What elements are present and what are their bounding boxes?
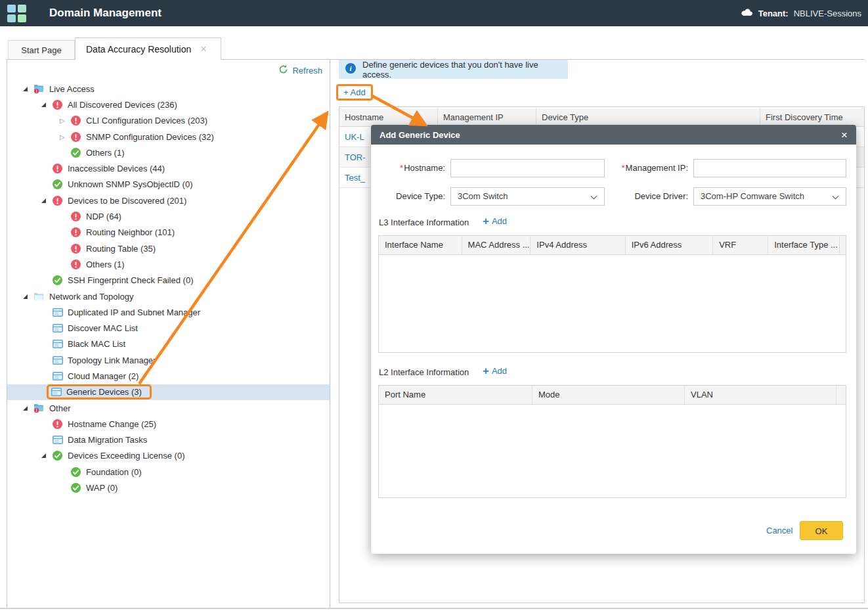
hostname-label: *Hostname:	[371, 159, 445, 177]
column-header[interactable]: Management IP	[438, 108, 536, 126]
tree-node: Black MAC List	[51, 338, 129, 350]
required-asterisk: *	[622, 163, 625, 173]
column-header: Interface Type ...	[768, 236, 840, 254]
tree-item[interactable]: Devices to be Discovered (201)	[7, 193, 330, 208]
tree-item-label: Hostname Change (25)	[68, 419, 156, 429]
column-header-filler: First Discovery Time	[760, 108, 864, 126]
tab-data-accuracy-resolution[interactable]: Data Accuracy Resolution ×	[75, 37, 221, 60]
refresh-icon	[278, 64, 288, 76]
tree-item[interactable]: Hostname Change (25)	[7, 416, 330, 432]
tree-item[interactable]: Duplicated IP and Subnet Manager	[7, 304, 330, 320]
tree-item[interactable]: Others (1)	[7, 256, 330, 272]
tree: Live AccessAll Discovered Devices (236)▷…	[7, 81, 330, 496]
tree-item-label: CLI Configuration Devices (203)	[86, 116, 207, 125]
ok-button[interactable]: OK	[800, 521, 843, 540]
tree-item[interactable]: All Discovered Devices (236)	[7, 97, 330, 112]
tree-item-label: Network and Topology	[49, 292, 133, 302]
error-icon	[52, 164, 63, 173]
add-device-button[interactable]: + Add	[343, 87, 366, 97]
column-header: VRF	[713, 236, 768, 254]
tree-item[interactable]: Unknown SNMP SysObjectID (0)	[7, 177, 330, 193]
device-hostname-link[interactable]: UK-L	[339, 132, 364, 142]
folder-error-icon	[33, 403, 45, 413]
tree-node: Devices to be Discovered (201)	[51, 194, 190, 207]
tree-caret-icon[interactable]	[23, 294, 32, 299]
tree-caret-icon[interactable]: ▷	[60, 117, 69, 124]
tree-item-label: Live Access	[49, 84, 95, 94]
tree-item[interactable]: Routing Neighbor (101)	[7, 225, 330, 240]
tree-item[interactable]: Discover MAC List	[7, 320, 330, 336]
page-bottom-border	[0, 608, 868, 609]
tree-item[interactable]: Inaccessible Devices (44)	[7, 160, 330, 176]
cancel-button[interactable]: Cancel	[766, 526, 792, 535]
page-title: Domain Management	[49, 0, 162, 26]
annotation-box-add: + Add	[336, 84, 373, 101]
column-header[interactable]: Device Type	[536, 108, 760, 126]
column-header: IPv4 Address	[531, 236, 625, 254]
folder-error-icon	[33, 83, 45, 94]
add-generic-device-dialog: Add Generic Device × *Hostname: *Managem…	[371, 125, 856, 554]
tree-item-label: Others (1)	[86, 148, 125, 158]
tree-node: Data Migration Tasks	[51, 434, 151, 446]
tab-active-label: Data Accuracy Resolution	[86, 44, 191, 55]
tree-item[interactable]: Network and Topology	[7, 288, 330, 304]
tree-item[interactable]: ▷CLI Configuration Devices (203)	[7, 113, 330, 129]
app-logo-icon[interactable]	[7, 5, 26, 22]
tree-item[interactable]: Devices Exceeding License (0)	[7, 448, 330, 464]
ok-icon	[52, 179, 63, 189]
tree-item[interactable]: SSH Fingerprint Check Failed (0)	[7, 273, 330, 288]
tree-item[interactable]: Data Migration Tasks	[7, 432, 330, 448]
l3-section-title: L3 Interface Information	[379, 217, 469, 227]
tree-caret-icon[interactable]	[41, 453, 51, 458]
tree-item[interactable]: Generic Devices (3)	[7, 384, 330, 400]
tree-item[interactable]: ▷SNMP Configuration Devices (32)	[7, 129, 330, 145]
tree-node: Routing Table (35)	[69, 242, 160, 255]
tree-caret-icon[interactable]	[23, 406, 32, 411]
tab-close-icon[interactable]: ×	[200, 44, 206, 55]
refresh-button[interactable]: Refresh	[278, 64, 322, 76]
tree-item[interactable]: Cloud Manager (2)	[7, 368, 330, 384]
management-ip-input[interactable]	[693, 159, 846, 177]
tab-start-page[interactable]: Start Page	[8, 40, 75, 60]
tree-item[interactable]: NDP (64)	[7, 208, 330, 224]
tree-item[interactable]: Topology Link Manager	[7, 352, 330, 368]
l3-table-header: Interface NameMAC Address ...IPv4 Addres…	[379, 236, 846, 255]
tree-item[interactable]: Black MAC List	[7, 336, 330, 352]
tree-caret-icon[interactable]: ▷	[60, 133, 69, 141]
tree-node: Routing Neighbor (101)	[69, 226, 179, 238]
device-hostname-link[interactable]: Test_	[339, 173, 365, 183]
tree-item-label: Devices to be Discovered (201)	[68, 196, 186, 206]
l2-interface-table: Port NameModeVLAN	[378, 385, 846, 498]
tree-caret-icon[interactable]	[23, 87, 32, 91]
table-icon	[52, 340, 63, 348]
tree-node: WAP (0)	[69, 482, 121, 494]
tenant-label: Tenant:	[758, 9, 789, 18]
plus-icon: +	[483, 216, 489, 227]
device-driver-select[interactable]: 3Com-HP Comware Switch	[693, 187, 846, 206]
tree-item-label: Discover MAC List	[68, 323, 138, 333]
tree-item[interactable]: Other	[7, 400, 330, 416]
l2-add-label: Add	[492, 366, 507, 376]
tree-item[interactable]: Foundation (0)	[7, 464, 330, 480]
tree-item[interactable]: Others (1)	[7, 145, 330, 160]
tree-node: SSH Fingerprint Check Failed (0)	[51, 274, 197, 286]
error-icon	[70, 212, 81, 221]
tree-item[interactable]: WAP (0)	[7, 480, 330, 495]
dialog-header[interactable]: Add Generic Device ×	[371, 125, 856, 145]
tree-item[interactable]: Routing Table (35)	[7, 240, 330, 256]
tree-item[interactable]: Live Access	[7, 81, 330, 97]
chevron-down-icon	[833, 193, 839, 200]
ok-icon	[52, 275, 63, 285]
tree-item-label: Cloud Manager (2)	[68, 371, 139, 381]
column-header[interactable]: Hostname	[339, 108, 438, 126]
tree-caret-icon[interactable]	[41, 198, 51, 203]
device-hostname-link[interactable]: TOR-	[339, 152, 366, 162]
error-icon	[70, 244, 81, 254]
l2-add-button[interactable]: + Add	[483, 365, 507, 376]
close-icon[interactable]: ×	[841, 129, 848, 141]
cloud-icon	[740, 8, 753, 18]
tree-caret-icon[interactable]	[41, 102, 51, 107]
tenant-value: NBLIVE-Sessions	[794, 9, 861, 18]
l3-add-button[interactable]: + Add	[483, 216, 507, 227]
column-header: MAC Address ...	[462, 236, 531, 254]
